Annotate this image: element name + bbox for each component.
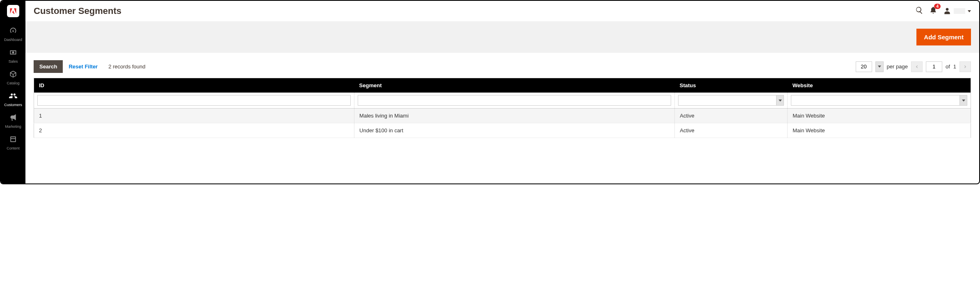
reset-filter-link[interactable]: Reset Filter xyxy=(69,63,98,70)
cell-id: 2 xyxy=(34,123,354,138)
cell-id: 1 xyxy=(34,109,354,123)
admin-user-menu[interactable] xyxy=(943,7,971,15)
nav-item-sales[interactable]: Sales xyxy=(1,45,25,67)
cell-website: Main Website xyxy=(788,109,971,123)
nav-label: Sales xyxy=(2,59,25,63)
nav-item-catalog[interactable]: Catalog xyxy=(1,67,25,88)
next-page-button[interactable] xyxy=(959,61,971,72)
page-icon xyxy=(2,135,25,145)
pager: per page of 1 xyxy=(856,61,971,72)
page-title: Customer Segments xyxy=(34,6,915,16)
col-header-id[interactable]: ID xyxy=(34,78,354,93)
admin-name-placeholder xyxy=(954,8,965,14)
col-header-segment[interactable]: Segment xyxy=(354,78,675,93)
records-found-text: 2 records found xyxy=(108,63,145,70)
user-icon xyxy=(943,7,951,15)
add-segment-button[interactable]: Add Segment xyxy=(916,29,971,45)
nav-menu: Dashboard Sales Catalog Customers Market… xyxy=(1,23,25,154)
box-icon xyxy=(2,70,25,80)
of-label: of xyxy=(946,63,950,70)
search-grid-button[interactable]: Search xyxy=(34,60,63,73)
nav-label: Marketing xyxy=(2,125,25,129)
total-pages: 1 xyxy=(953,63,956,70)
prev-page-button[interactable] xyxy=(911,61,923,72)
main-content: Customer Segments 4 Add Segment S xyxy=(25,1,979,183)
nav-label: Customers xyxy=(2,103,25,107)
users-icon xyxy=(2,92,25,102)
search-icon xyxy=(915,6,923,14)
filter-website-select[interactable] xyxy=(791,95,967,106)
notifications-button[interactable]: 4 xyxy=(929,6,937,16)
chevron-right-icon xyxy=(963,65,967,69)
segments-table: ID Segment Status Website 1 xyxy=(34,78,971,138)
nav-item-dashboard[interactable]: Dashboard xyxy=(1,23,25,45)
nav-item-marketing[interactable]: Marketing xyxy=(1,110,25,132)
table-row[interactable]: 2 Under $100 in cart Active Main Website xyxy=(34,123,971,138)
gauge-icon xyxy=(2,27,25,36)
filter-status-select[interactable] xyxy=(678,95,784,106)
cell-segment: Under $100 in cart xyxy=(354,123,675,138)
nav-item-customers[interactable]: Customers xyxy=(1,88,25,110)
grid-toolbar: Search Reset Filter 2 records found per … xyxy=(25,53,979,78)
action-bar: Add Segment xyxy=(25,21,979,53)
chevron-down-icon xyxy=(779,100,782,102)
cell-segment: Males living in Miami xyxy=(354,109,675,123)
per-page-label: per page xyxy=(887,63,908,70)
money-icon xyxy=(2,48,25,58)
notification-badge: 4 xyxy=(934,4,941,9)
cell-status: Active xyxy=(675,123,788,138)
per-page-input[interactable] xyxy=(856,61,872,72)
chevron-down-icon xyxy=(962,100,965,102)
header-actions: 4 xyxy=(915,6,971,16)
chevron-down-icon xyxy=(968,10,971,12)
adobe-logo[interactable] xyxy=(7,5,19,17)
filter-row xyxy=(34,93,971,109)
nav-label: Dashboard xyxy=(2,38,25,42)
cell-status: Active xyxy=(675,109,788,123)
filter-segment-input[interactable] xyxy=(358,95,671,106)
nav-item-content[interactable]: Content xyxy=(1,132,25,154)
col-header-status[interactable]: Status xyxy=(675,78,788,93)
cell-website: Main Website xyxy=(788,123,971,138)
nav-label: Content xyxy=(2,146,25,150)
chevron-left-icon xyxy=(915,65,919,69)
grid-table-wrap: ID Segment Status Website 1 xyxy=(25,78,979,146)
filter-id-input[interactable] xyxy=(37,95,351,106)
megaphone-icon xyxy=(2,113,25,123)
col-header-website[interactable]: Website xyxy=(788,78,971,93)
per-page-dropdown[interactable] xyxy=(875,61,884,72)
chevron-down-icon xyxy=(878,66,881,68)
search-button[interactable] xyxy=(915,6,923,16)
current-page-input[interactable] xyxy=(926,61,942,72)
nav-label: Catalog xyxy=(2,81,25,85)
table-row[interactable]: 1 Males living in Miami Active Main Webs… xyxy=(34,109,971,123)
sidebar: Dashboard Sales Catalog Customers Market… xyxy=(1,1,25,183)
page-header: Customer Segments 4 xyxy=(25,1,979,21)
adobe-logo-icon xyxy=(9,7,17,15)
